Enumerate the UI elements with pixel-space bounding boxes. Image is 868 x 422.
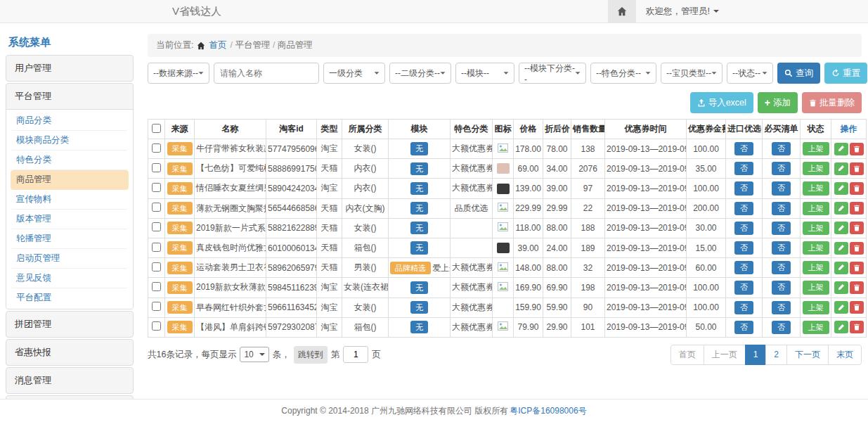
home-button[interactable] — [608, 0, 636, 23]
status-toggle[interactable]: 上架 — [803, 241, 829, 255]
row-checkbox[interactable] — [152, 143, 161, 153]
sidebar-group-平台管理[interactable]: 平台管理 — [6, 84, 133, 109]
row-checkbox[interactable] — [152, 163, 161, 172]
delete-button[interactable] — [850, 222, 864, 234]
sidebar-item-商品管理[interactable]: 商品管理 — [11, 170, 129, 190]
must-buy-toggle[interactable]: 否 — [772, 222, 791, 235]
import-select-toggle[interactable]: 否 — [734, 202, 753, 215]
must-buy-toggle[interactable]: 否 — [772, 181, 791, 195]
row-checkbox[interactable] — [152, 262, 161, 271]
filter-select-数据来源[interactable]: --数据来源-- — [148, 63, 209, 84]
filter-select-宝贝类型[interactable]: --宝贝类型-- — [661, 63, 723, 84]
filter-select-一级分类[interactable]: 一级分类 — [323, 63, 385, 84]
import-select-toggle[interactable]: 否 — [734, 321, 753, 334]
delete-button[interactable] — [850, 262, 864, 274]
breadcrumb-home-link[interactable]: 首页 — [209, 39, 226, 51]
status-toggle[interactable]: 上架 — [803, 281, 829, 294]
sidebar-group-用户管理[interactable]: 用户管理 — [6, 56, 133, 81]
filter-select-状态[interactable]: --状态-- — [727, 63, 773, 84]
user-menu[interactable]: 欢迎您，管理员! — [636, 6, 729, 18]
page-button-上一页[interactable]: 上一页 — [704, 345, 746, 365]
must-buy-toggle[interactable]: 否 — [772, 241, 791, 255]
jump-to-button[interactable]: 跳转到 — [294, 346, 328, 364]
sidebar-item-模块商品分类[interactable]: 模块商品分类 — [11, 131, 129, 151]
edit-button[interactable] — [834, 202, 848, 215]
page-button-末页[interactable]: 末页 — [828, 345, 862, 365]
delete-button[interactable] — [850, 162, 864, 175]
sidebar-item-商品分类[interactable]: 商品分类 — [11, 111, 129, 131]
import-select-toggle[interactable]: 否 — [734, 222, 753, 235]
per-page-select[interactable]: 10 — [240, 347, 268, 362]
row-checkbox[interactable] — [152, 321, 161, 331]
status-toggle[interactable]: 上架 — [803, 162, 829, 175]
must-buy-toggle[interactable]: 否 — [772, 321, 791, 334]
delete-button[interactable] — [850, 281, 864, 294]
edit-button[interactable] — [834, 321, 848, 333]
import-excel-button[interactable]: 导入excel — [690, 92, 753, 113]
must-buy-toggle[interactable]: 否 — [772, 202, 791, 215]
row-checkbox[interactable] — [152, 222, 161, 231]
delete-button[interactable] — [850, 182, 864, 195]
edit-button[interactable] — [834, 262, 848, 274]
import-select-toggle[interactable]: 否 — [734, 142, 753, 155]
status-toggle[interactable]: 上架 — [803, 142, 829, 155]
sidebar-item-意见反馈[interactable]: 意见反馈 — [11, 269, 129, 288]
import-select-toggle[interactable]: 否 — [734, 301, 753, 314]
reset-button[interactable]: 重置 — [824, 63, 867, 84]
add-button[interactable]: + 添加 — [758, 92, 798, 113]
must-buy-toggle[interactable]: 否 — [772, 162, 791, 175]
filter-select-模块下分类[interactable]: --模块下分类-- — [519, 63, 586, 84]
edit-button[interactable] — [834, 182, 848, 195]
import-select-toggle[interactable]: 否 — [734, 162, 753, 175]
sidebar-item-版本管理[interactable]: 版本管理 — [11, 210, 129, 229]
delete-button[interactable] — [850, 321, 864, 333]
page-button-下一页[interactable]: 下一页 — [786, 345, 829, 365]
must-buy-toggle[interactable]: 否 — [772, 301, 791, 314]
edit-button[interactable] — [834, 301, 848, 314]
status-toggle[interactable]: 上架 — [803, 261, 829, 274]
page-button-首页[interactable]: 首页 — [671, 345, 704, 365]
filter-select-模块[interactable]: --模块-- — [455, 63, 514, 84]
page-button-1[interactable]: 1 — [745, 345, 767, 365]
edit-button[interactable] — [834, 281, 848, 294]
delete-button[interactable] — [850, 301, 864, 314]
row-checkbox[interactable] — [152, 183, 161, 192]
must-buy-toggle[interactable]: 否 — [772, 142, 791, 155]
status-toggle[interactable]: 上架 — [803, 222, 829, 235]
icp-link[interactable]: 粤ICP备16098006号 — [510, 405, 586, 417]
edit-button[interactable] — [834, 143, 848, 155]
import-select-toggle[interactable]: 否 — [734, 281, 753, 294]
status-toggle[interactable]: 上架 — [803, 181, 829, 195]
import-select-toggle[interactable]: 否 — [734, 241, 753, 255]
import-select-toggle[interactable]: 否 — [734, 181, 753, 195]
query-button[interactable]: 查询 — [777, 63, 820, 84]
row-checkbox[interactable] — [152, 243, 161, 252]
edit-button[interactable] — [834, 222, 848, 234]
status-toggle[interactable]: 上架 — [803, 321, 829, 334]
sidebar-group-消息管理[interactable]: 消息管理 — [6, 368, 133, 393]
row-checkbox[interactable] — [152, 203, 161, 212]
row-checkbox[interactable] — [152, 302, 161, 311]
status-toggle[interactable]: 上架 — [803, 202, 829, 215]
import-select-toggle[interactable]: 否 — [734, 261, 753, 274]
delete-button[interactable] — [850, 242, 864, 255]
page-button-2[interactable]: 2 — [765, 345, 787, 365]
delete-button[interactable] — [850, 202, 864, 215]
sidebar-item-启动页管理[interactable]: 启动页管理 — [11, 249, 129, 269]
filter-select-特色分类[interactable]: --特色分类-- — [590, 63, 656, 84]
must-buy-toggle[interactable]: 否 — [772, 261, 791, 274]
delete-button[interactable] — [850, 143, 864, 155]
status-toggle[interactable]: 上架 — [803, 301, 829, 314]
batch-delete-button[interactable]: 批量删除 — [802, 92, 862, 113]
filter-select-二级分类[interactable]: --二级分类-- — [389, 63, 451, 84]
select-all-checkbox[interactable] — [152, 124, 161, 133]
search-name-input[interactable] — [214, 63, 319, 84]
sidebar-item-轮播管理[interactable]: 轮播管理 — [11, 229, 129, 249]
sidebar-item-特色分类[interactable]: 特色分类 — [11, 151, 129, 170]
sidebar-group-拼团管理[interactable]: 拼团管理 — [6, 312, 133, 337]
row-checkbox[interactable] — [152, 282, 161, 291]
edit-button[interactable] — [834, 242, 848, 255]
sidebar-group-省惠快报[interactable]: 省惠快报 — [6, 340, 133, 365]
sidebar-item-宣传物料[interactable]: 宣传物料 — [11, 190, 129, 210]
jump-page-input[interactable] — [343, 346, 368, 363]
